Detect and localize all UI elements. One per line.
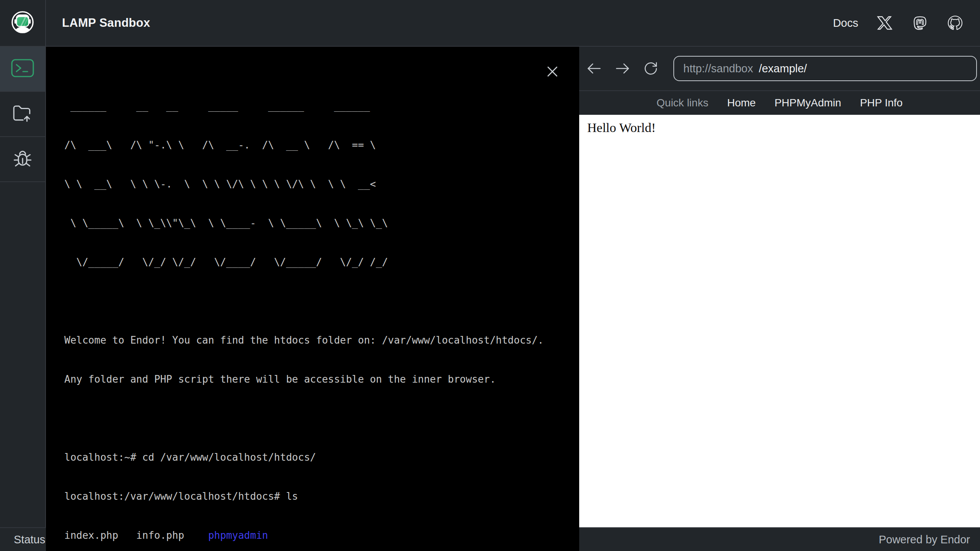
browser-reload-button[interactable] (641, 59, 660, 78)
browser-toolbar: http://sandbox /example/ (579, 47, 980, 91)
quick-link-phpmyadmin[interactable]: PHPMyAdmin (774, 97, 841, 109)
quick-links-label: Quick links (657, 97, 708, 109)
mastodon-icon[interactable] (911, 14, 929, 32)
powered-by-label: Powered by Endor (879, 533, 970, 546)
ls-directory: phpmyadmin (208, 530, 268, 541)
ascii-art-line: \ \ __\ \ \ \-. \ \ \ \/\ \ \ \ \/\ \ \ … (64, 178, 572, 191)
app-header: LAMP Sandbox Docs (0, 0, 980, 47)
ls-files: index.php info.php (64, 530, 208, 541)
blank-line (64, 412, 572, 425)
logo-cell (0, 0, 46, 46)
x-twitter-icon[interactable] (876, 14, 893, 32)
status-label: Status: (14, 533, 48, 546)
terminal-icon (11, 59, 34, 79)
quick-link-home[interactable]: Home (727, 97, 756, 109)
folder-upload-icon (12, 104, 33, 124)
ls-output-line: index.php info.php phpmyadmin (64, 529, 572, 542)
terminal-command-line: localhost:/var/www/localhost/htdocs# ls (64, 490, 572, 503)
hello-world-text: Hello World! (587, 121, 656, 135)
page-title: LAMP Sandbox (62, 16, 150, 30)
browser-back-button[interactable] (585, 59, 604, 78)
browser-page-content: Hello World! (579, 115, 980, 527)
welcome-line: Any folder and PHP script there will be … (64, 373, 572, 386)
terminal-panel[interactable]: ______ __ __ _____ ______ ______ /\ ___\… (46, 47, 579, 551)
header-actions: Docs (833, 14, 964, 32)
url-bar[interactable]: http://sandbox /example/ (673, 56, 977, 81)
docs-link[interactable]: Docs (833, 17, 858, 29)
endor-logo-icon (11, 10, 34, 36)
browser-forward-button[interactable] (613, 59, 632, 78)
blank-line (64, 295, 572, 308)
github-icon[interactable] (946, 14, 964, 32)
url-path-input[interactable]: /example/ (759, 62, 807, 75)
url-prefix: http://sandbox (683, 62, 753, 75)
quick-link-phpinfo[interactable]: PHP Info (860, 97, 903, 109)
quick-links-bar: Quick links Home PHPMyAdmin PHP Info (579, 91, 980, 115)
ascii-art-line: ______ __ __ _____ ______ ______ (64, 99, 572, 112)
ascii-art-line: /\ ___\ /\ "-.\ \ /\ __-. /\ __ \ /\ == … (64, 139, 572, 152)
terminal-output: ______ __ __ _____ ______ ______ /\ ___\… (64, 73, 572, 551)
welcome-line: Welcome to Endor! You can find the htdoc… (64, 334, 572, 347)
sidebar-item-terminal[interactable] (0, 47, 45, 92)
terminal-command-line: localhost:~# cd /var/www/localhost/htdoc… (64, 451, 572, 464)
sidebar-item-files-upload[interactable] (0, 92, 45, 137)
bug-icon (13, 148, 33, 170)
ascii-art-line: \ \_____\ \ \_\\"\_\ \ \____- \ \_____\ … (64, 217, 572, 230)
ascii-art-line: \/_____/ \/_/ \/_/ \/____/ \/_____/ \/_/… (64, 256, 572, 269)
sidebar-item-debug[interactable] (0, 137, 45, 182)
inner-browser-panel: http://sandbox /example/ Quick links Hom… (579, 47, 980, 527)
sidebar (0, 47, 46, 527)
